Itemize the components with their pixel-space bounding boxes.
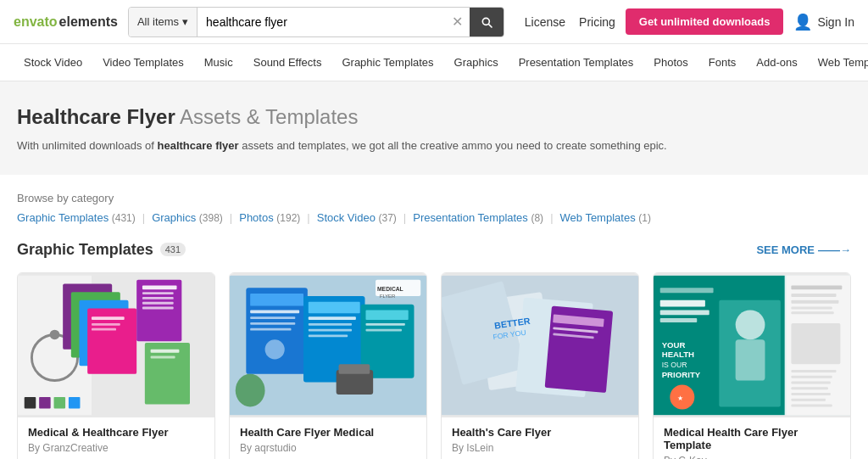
card-2-author: By aqrstudio	[240, 442, 416, 454]
card-2-info: Health Care Flyer Medical By aqrstudio	[230, 417, 426, 460]
svg-rect-34	[309, 301, 360, 313]
search-dropdown[interactable]: All items ▾	[129, 8, 198, 36]
card-1[interactable]: Medical & Healthcare Flyer By GranzCreat…	[17, 272, 215, 460]
browse-link-web-templates[interactable]: Web Templates (1)	[560, 211, 651, 224]
nav-music[interactable]: Music	[194, 44, 243, 81]
svg-text:★: ★	[677, 394, 683, 401]
svg-rect-36	[309, 322, 352, 325]
card-grid: Medical & Healthcare Flyer By GranzCreat…	[17, 272, 851, 460]
browse-section: Browse by category Graphic Templates (43…	[0, 175, 868, 232]
graphic-templates-section: Graphic Templates 431 SEE MORE ——→	[0, 232, 868, 460]
svg-rect-82	[791, 375, 832, 378]
browse-link-graphics[interactable]: Graphics (398)	[152, 211, 223, 224]
sign-in[interactable]: 👤 Sign In	[793, 13, 854, 31]
search-icon	[480, 15, 493, 29]
svg-rect-76	[791, 294, 836, 297]
svg-rect-21	[39, 396, 51, 408]
svg-rect-77	[791, 299, 838, 303]
nav-presentation-templates[interactable]: Presentation Templates	[509, 44, 644, 81]
section-header: Graphic Templates 431 SEE MORE ——→	[17, 241, 851, 259]
chevron-down-icon: ▾	[182, 15, 188, 28]
card-2[interactable]: MEDICAL FLYER Health Care Flyer Medical …	[229, 272, 427, 460]
svg-rect-14	[142, 296, 174, 299]
svg-rect-79	[791, 311, 833, 314]
browse-links: Graphic Templates (431) | Graphics (398)…	[17, 211, 851, 224]
svg-rect-37	[309, 328, 352, 331]
search-bar: All items ▾ ✕	[128, 7, 504, 37]
browse-link-stock-video[interactable]: Stock Video (37)	[317, 211, 397, 224]
sign-in-label: Sign In	[817, 15, 854, 29]
card-1-name: Medical & Healthcare Flyer	[28, 426, 204, 439]
browse-link-presentation-templates[interactable]: Presentation Templates (8)	[413, 211, 543, 224]
nav-video-templates[interactable]: Video Templates	[92, 44, 194, 81]
svg-rect-86	[791, 398, 826, 400]
svg-rect-78	[791, 306, 832, 309]
logo-envato: envato	[14, 14, 58, 30]
nav-addons[interactable]: Add-ons	[746, 44, 807, 81]
hero-section: Healthcare Flyer Assets & Templates With…	[0, 81, 868, 175]
svg-text:IS OUR: IS OUR	[662, 361, 687, 369]
section-title: Graphic Templates 431	[17, 241, 186, 259]
nav-photos[interactable]: Photos	[643, 44, 698, 81]
separator: |	[230, 211, 232, 224]
svg-rect-8	[92, 316, 125, 320]
clear-icon[interactable]: ✕	[445, 14, 470, 30]
nav-fonts[interactable]: Fonts	[698, 44, 747, 81]
svg-rect-81	[791, 370, 836, 372]
card-3-info: Health's Care Flyer By IsLein	[442, 417, 638, 460]
svg-rect-63	[736, 339, 765, 380]
see-more-label: SEE MORE	[756, 243, 815, 256]
hero-title: Healthcare Flyer Assets & Templates	[17, 105, 851, 129]
main-nav: Stock Video Video Templates Music Sound …	[0, 44, 868, 81]
svg-rect-13	[142, 292, 174, 294]
svg-rect-85	[791, 393, 830, 395]
svg-rect-18	[151, 349, 180, 352]
nav-graphics[interactable]: Graphics	[444, 44, 509, 81]
section-title-text: Graphic Templates	[17, 241, 153, 259]
nav-web-templates[interactable]: Web Templates	[808, 44, 868, 81]
nav-graphic-templates[interactable]: Graphic Templates	[331, 44, 443, 81]
header: envatoelements All items ▾ ✕ License Pri…	[0, 0, 868, 44]
svg-rect-87	[791, 404, 832, 406]
header-links: License Pricing	[525, 15, 615, 29]
hero-title-rest: Assets & Templates	[175, 105, 359, 128]
section-badge: 431	[160, 243, 186, 256]
nav-stock-video[interactable]: Stock Video	[14, 44, 92, 81]
card-4-name: Medical Health Care Flyer Template	[664, 426, 840, 451]
browse-link-graphic-templates[interactable]: Graphic Templates (431)	[17, 211, 136, 224]
svg-rect-28	[250, 310, 299, 313]
card-1-author: By GranzCreative	[28, 442, 204, 454]
card-3[interactable]: BETTER FOR YOU Health's Care Flyer By Is…	[441, 272, 639, 460]
svg-rect-16	[142, 306, 174, 309]
svg-rect-66	[660, 310, 709, 315]
card-4[interactable]: YOUR HEALTH IS OUR PRIORITY ★	[653, 272, 851, 460]
svg-rect-83	[791, 381, 830, 383]
get-unlimited-button[interactable]: Get unlimited downloads	[626, 8, 784, 35]
svg-point-48	[236, 373, 265, 406]
svg-text:HEALTH: HEALTH	[662, 350, 694, 359]
search-button[interactable]	[470, 7, 504, 37]
browse-link-photos[interactable]: Photos (192)	[239, 211, 300, 224]
pricing-link[interactable]: Pricing	[579, 15, 615, 29]
card-1-thumbnail	[18, 273, 214, 417]
card-3-author: By IsLein	[452, 442, 628, 454]
see-more-link[interactable]: SEE MORE ——→	[756, 243, 851, 256]
arrow-right-icon: ——→	[818, 243, 851, 256]
svg-rect-10	[92, 327, 116, 330]
svg-text:FLYER: FLYER	[380, 293, 395, 298]
separator: |	[403, 211, 406, 224]
card-4-thumbnail: YOUR HEALTH IS OUR PRIORITY ★	[654, 273, 850, 417]
svg-rect-67	[660, 318, 698, 322]
svg-rect-41	[365, 322, 404, 325]
license-link[interactable]: License	[525, 15, 565, 29]
svg-rect-65	[660, 299, 705, 306]
svg-rect-27	[250, 294, 303, 306]
svg-rect-9	[92, 322, 120, 325]
card-4-author: By C-Kav	[664, 455, 840, 460]
svg-rect-20	[25, 396, 36, 408]
svg-rect-19	[151, 355, 175, 358]
svg-rect-47	[339, 364, 370, 374]
svg-text:YOUR: YOUR	[662, 339, 686, 349]
search-input[interactable]	[198, 8, 445, 36]
nav-sound-effects[interactable]: Sound Effects	[243, 44, 332, 81]
